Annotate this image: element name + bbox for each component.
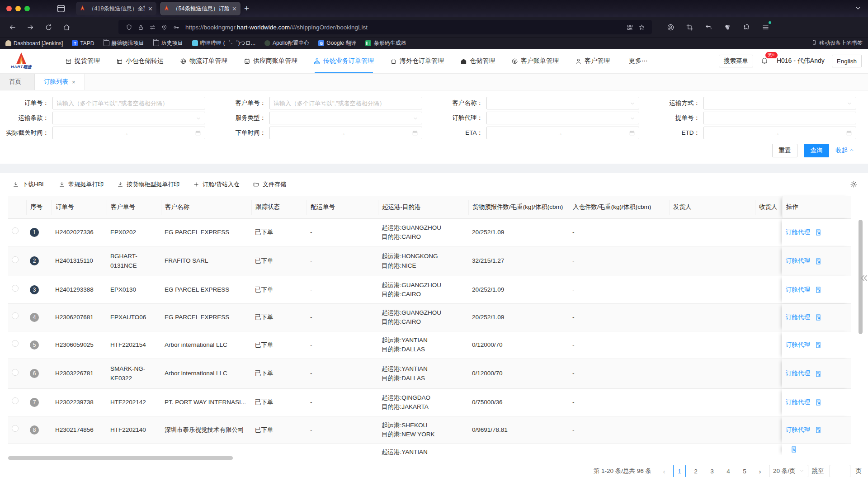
location-pin-icon[interactable] [158,21,170,33]
filter-input[interactable] [703,112,856,124]
notification-bell-icon[interactable]: 99+ [760,57,769,66]
file-search-icon[interactable] [815,341,822,349]
file-search-icon[interactable] [815,286,822,293]
permissions-sliders-icon[interactable] [146,21,158,33]
booking-agent-link[interactable]: 订舱代理 [786,228,810,237]
firefox-all-tabs-icon[interactable] [56,4,66,14]
current-user[interactable]: H016 - 代伟Andy [777,57,825,65]
booking-agent-link[interactable]: 订舱代理 [786,340,810,349]
row-radio[interactable] [12,425,19,432]
fullscreen-window-button[interactable] [24,6,30,11]
booking-agent-link[interactable]: 订舱代理 [786,398,810,407]
hart-logo[interactable]: HART翱捷 [7,52,35,70]
panel-collapse-chevrons-icon[interactable] [859,273,868,285]
file-search-icon[interactable] [815,229,822,236]
action-button[interactable]: 文件存储 [249,178,291,191]
action-button[interactable]: 常规提单打印 [54,178,108,191]
page-tab[interactable]: 订舱列表 × [34,74,85,90]
collapse-link[interactable]: 收起 [835,146,854,155]
bookmark-item[interactable]: 条形码生成器 [365,39,406,47]
text-input[interactable] [57,100,201,107]
back-icon[interactable] [5,20,19,34]
page-number[interactable]: 2 [689,465,702,477]
file-search-icon[interactable] [815,258,822,265]
menu-hamburger-icon[interactable] [759,20,772,34]
url-text[interactable]: https://bookingmgr.hart-worldwide.com/#/… [185,24,624,31]
nav-item[interactable]: 提货管理 [65,49,100,73]
row-radio[interactable] [12,256,19,263]
bookmark-item[interactable]: G Google 翻译 [318,39,356,47]
page-number[interactable]: 3 [706,465,718,477]
nav-item[interactable]: 仓储管理 [460,49,495,73]
mobile-bookmarks[interactable]: 移动设备上的书签 [811,39,863,47]
jump-page-input[interactable] [830,465,850,477]
spheres-extension-icon[interactable] [721,20,734,34]
reload-icon[interactable] [42,20,55,34]
nav-item[interactable]: 海外仓订单管理 [390,49,444,73]
page-number[interactable]: 4 [722,465,735,477]
bookmark-item[interactable]: 哔哩哔哩 (゜-゜)つロ... [192,39,255,47]
key-icon[interactable] [170,21,182,33]
bookmark-item[interactable]: Dashboard [Jenkins] [5,39,63,47]
macos-traffic-lights[interactable] [6,6,30,11]
action-button[interactable]: 下载HBL [8,178,50,191]
lock-icon[interactable] [135,21,146,33]
page-tab[interactable]: 首页 [0,74,34,90]
horizontal-scrollbar[interactable] [8,456,233,460]
bookmark-star-icon[interactable] [636,21,647,33]
row-radio[interactable] [12,369,19,376]
next-page-icon[interactable]: › [755,465,765,477]
minimize-window-button[interactable] [15,6,21,11]
filter-input[interactable] [703,97,856,109]
nav-item[interactable]: 更多⋯ [626,49,648,73]
bookmark-item[interactable]: T TAPD [72,39,94,47]
language-button[interactable]: English [832,55,862,67]
booking-agent-link[interactable]: 订舱代理 [786,285,810,294]
bookmark-item[interactable]: 历史项目 [153,39,183,47]
extensions-puzzle-icon[interactable] [740,20,753,34]
browser-tab[interactable]: （419条推送信息）全部订单（新 ✕ [76,2,156,15]
prev-page-icon[interactable]: ‹ [659,465,670,477]
undo-extension-icon[interactable] [702,20,715,34]
booking-agent-link[interactable]: 订舱代理 [786,313,810,322]
file-search-icon[interactable] [815,399,822,406]
row-radio[interactable] [12,285,19,292]
screenshot-crop-icon[interactable] [683,20,696,34]
bookmark-item[interactable]: 赫德物流项目 [104,39,144,47]
nav-item[interactable]: 小包仓储转运 [116,49,164,73]
page-tab-close-icon[interactable]: × [72,79,75,85]
nav-item[interactable]: 传统业务订单管理 [314,49,374,73]
page-size-select[interactable]: 20 条/页 [769,465,808,477]
row-radio[interactable] [12,397,19,404]
file-search-icon[interactable] [815,426,822,434]
booking-agent-link[interactable]: 订舱代理 [786,369,810,378]
tab-close-icon[interactable]: ✕ [148,5,153,12]
filter-input[interactable] [486,97,639,109]
filter-input[interactable] [52,97,205,109]
text-input[interactable] [274,100,418,107]
url-bar[interactable]: https://bookingmgr.hart-worldwide.com/#/… [118,20,652,34]
action-button[interactable]: 订舱/货站入仓 [189,178,244,191]
new-tab-button[interactable]: + [244,4,249,14]
tab-close-icon[interactable]: ✕ [232,5,237,12]
row-radio[interactable] [12,227,19,234]
reset-button[interactable]: 重置 [772,144,797,157]
column-settings-gear-icon[interactable] [850,180,858,189]
file-search-icon[interactable] [815,314,822,321]
action-button[interactable]: 按货物柜型提单打印 [113,178,184,191]
filter-input[interactable] [486,112,639,124]
filter-input[interactable] [269,97,422,109]
filter-input[interactable]: → [269,127,422,139]
nav-item[interactable]: 客户管理 [575,49,610,73]
filter-input[interactable]: → [703,127,856,139]
filter-input[interactable] [52,112,205,124]
file-search-icon[interactable] [815,370,822,378]
page-number[interactable]: 5 [738,465,751,477]
filter-input[interactable] [269,112,422,124]
shield-icon[interactable] [123,21,135,33]
qr-code-icon[interactable] [624,21,636,33]
close-window-button[interactable] [6,6,12,11]
browser-tab[interactable]: （54条推送信息）订舱列表 - 赫德 ✕ [160,2,241,15]
text-input[interactable] [708,115,852,122]
row-radio[interactable] [12,312,19,319]
